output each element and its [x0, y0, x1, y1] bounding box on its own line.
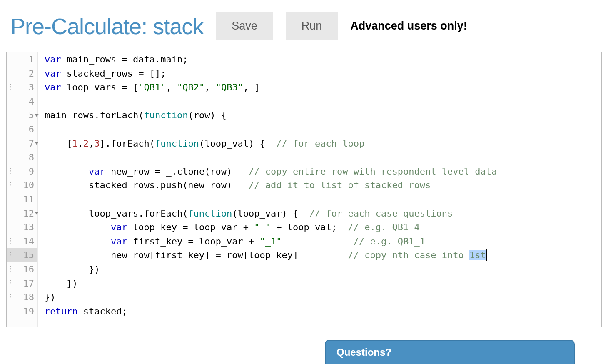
header: Pre-Calculate: stack Save Run Advanced u…: [0, 0, 608, 48]
info-icon: i: [9, 80, 11, 95]
code-line[interactable]: var first_key = loop_var + "_1" // e.g. …: [45, 234, 601, 249]
code-line[interactable]: return stacked;: [45, 304, 601, 319]
gutter-line: 5: [7, 108, 37, 122]
code-line[interactable]: }): [45, 290, 601, 304]
gutter-line: 2: [7, 67, 37, 81]
gutter-line: 3i: [7, 80, 37, 95]
gutter-line: 18i: [7, 290, 37, 304]
code-line[interactable]: [45, 150, 601, 165]
gutter-line: 19: [7, 304, 37, 319]
code-line[interactable]: var main_rows = data.main;: [45, 52, 601, 67]
gutter-line: 1: [7, 52, 37, 67]
gutter-line: 16i: [7, 262, 37, 277]
code-line[interactable]: [45, 122, 601, 137]
gutter-line: 12: [7, 207, 37, 221]
gutter-line: 9i: [7, 165, 37, 179]
code-line[interactable]: [45, 192, 601, 207]
info-icon: i: [9, 248, 11, 262]
gutter-line: 13: [7, 220, 37, 234]
gutter-line: 15i: [7, 248, 37, 262]
info-icon: i: [9, 262, 11, 277]
code-line[interactable]: [45, 95, 601, 109]
gutter-line: 4: [7, 95, 37, 109]
questions-tab[interactable]: Questions?: [325, 340, 575, 364]
code-line[interactable]: var loop_vars = ["QB1", "QB2", "QB3", ]: [45, 80, 601, 95]
gutter-line: 10i: [7, 178, 37, 192]
code-line[interactable]: [1,2,3].forEach(function(loop_val) { // …: [45, 137, 601, 151]
code-line[interactable]: }): [45, 277, 601, 291]
code-editor[interactable]: 123i456789i10i11121314i15i16i17i18i19 va…: [6, 52, 602, 327]
code-line[interactable]: new_row[first_key] = row[loop_key] // co…: [45, 248, 601, 262]
gutter-line: 6: [7, 122, 37, 137]
gutter-line: 14i: [7, 234, 37, 249]
code-line[interactable]: var loop_key = loop_var + "_" + loop_val…: [45, 220, 601, 234]
editor-gutter: 123i456789i10i11121314i15i16i17i18i19: [7, 52, 38, 327]
code-line[interactable]: stacked_rows.push(new_row) // add it to …: [45, 178, 601, 192]
info-icon: i: [9, 290, 11, 304]
save-button[interactable]: Save: [216, 12, 273, 40]
info-icon: i: [9, 234, 11, 249]
text-cursor: [486, 249, 487, 261]
info-icon: i: [9, 178, 11, 192]
code-line[interactable]: main_rows.forEach(function(row) {: [45, 108, 601, 122]
gutter-line: 17i: [7, 277, 37, 291]
gutter-line: 7: [7, 137, 37, 151]
info-icon: i: [9, 277, 11, 291]
info-icon: i: [9, 165, 11, 179]
page-title: Pre-Calculate: stack: [10, 13, 203, 39]
code-line[interactable]: loop_vars.forEach(function(loop_var) { /…: [45, 207, 601, 221]
gutter-line: 11: [7, 192, 37, 207]
code-line[interactable]: var stacked_rows = [];: [45, 67, 601, 81]
code-line[interactable]: var new_row = _.clone(row) // copy entir…: [45, 165, 601, 179]
code-line[interactable]: }): [45, 262, 601, 277]
gutter-line: 8: [7, 150, 37, 165]
run-button[interactable]: Run: [286, 12, 338, 40]
warning-text: Advanced users only!: [350, 20, 467, 32]
editor-content[interactable]: var main_rows = data.main;var stacked_ro…: [38, 52, 601, 327]
